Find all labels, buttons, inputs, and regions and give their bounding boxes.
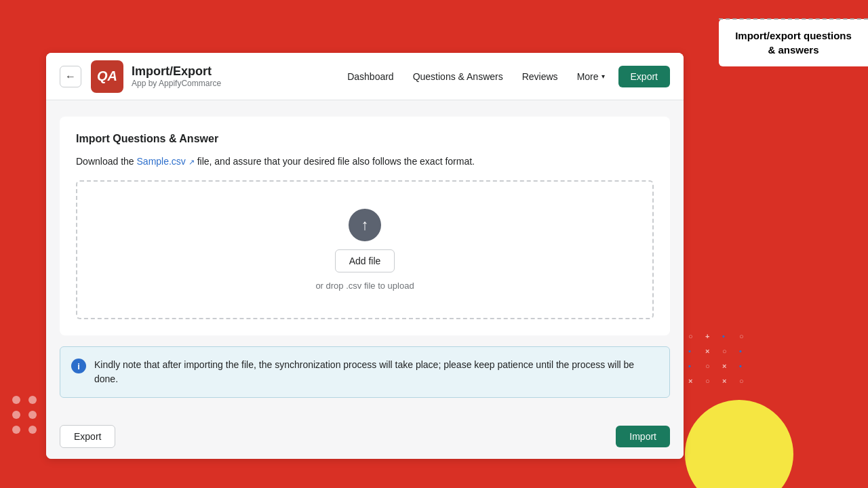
back-arrow-icon: ← — [65, 70, 76, 83]
nav-more-label: More — [577, 71, 599, 82]
header-export-button[interactable]: Export — [618, 66, 670, 87]
decorative-dots-left — [12, 396, 38, 434]
footer-bar: Export Import — [46, 414, 684, 459]
info-box: i Kindly note that after importing the f… — [60, 346, 670, 398]
add-file-button[interactable]: Add file — [335, 249, 395, 272]
app-logo: QA — [91, 60, 123, 93]
app-header: ← QA Import/Export App by AppifyCommarce… — [46, 53, 684, 100]
main-card: ← QA Import/Export App by AppifyCommarce… — [46, 53, 684, 459]
nav-reviews[interactable]: Reviews — [522, 71, 558, 82]
nav-dashboard[interactable]: Dashboard — [347, 71, 394, 82]
instruction-prefix: Download the — [76, 156, 137, 167]
app-title: Import/Export — [132, 64, 347, 79]
app-title-group: Import/Export App by AppifyCommarce — [132, 64, 347, 88]
import-section: Import Questions & Answer Download the S… — [60, 117, 670, 336]
instruction-text: Download the Sample.csv ↗ file, and assu… — [76, 156, 654, 167]
drop-zone[interactable]: ↑ Add file or drop .csv file to upload — [76, 180, 654, 319]
content-area: Import Questions & Answer Download the S… — [46, 100, 684, 414]
decorative-scatter: • ○ + • ○ ○ • × ○ • × • ○ × • ○ × ○ × ○ — [665, 332, 800, 454]
drop-hint: or drop .csv file to upload — [315, 281, 414, 291]
footer-import-button[interactable]: Import — [616, 426, 670, 447]
nav-more[interactable]: More ▾ — [577, 71, 605, 82]
info-icon: i — [71, 359, 86, 373]
nav-links: Dashboard Questions & Answers Reviews Mo… — [347, 71, 604, 82]
app-logo-text: QA — [97, 68, 117, 84]
back-button[interactable]: ← — [60, 66, 81, 87]
tooltip-label: Import/export questions & answers — [719, 19, 868, 66]
upload-icon: ↑ — [349, 209, 381, 241]
info-message: Kindly note that after importing the fil… — [94, 358, 658, 386]
nav-questions-answers[interactable]: Questions & Answers — [413, 71, 503, 82]
app-subtitle: App by AppifyCommarce — [132, 79, 347, 88]
instruction-suffix: file, and assure that your desired file … — [195, 156, 475, 167]
footer-export-button[interactable]: Export — [60, 425, 115, 448]
section-title: Import Questions & Answer — [76, 133, 654, 145]
upload-arrow-icon: ↑ — [361, 218, 369, 232]
sample-csv-link[interactable]: Sample.csv ↗ — [137, 156, 195, 167]
external-link-icon: ↗ — [189, 158, 195, 166]
chevron-down-icon: ▾ — [601, 73, 605, 80]
